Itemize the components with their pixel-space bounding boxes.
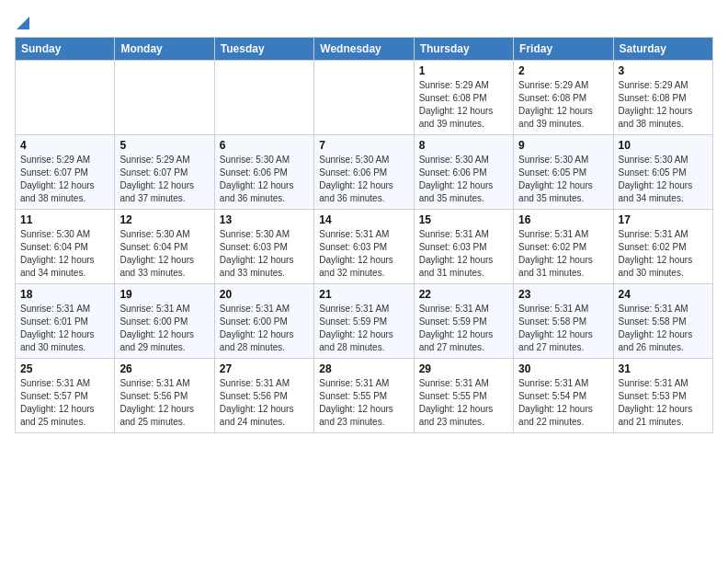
day-number: 31	[619, 362, 708, 375]
day-number: 8	[419, 139, 508, 152]
calendar-cell: 24Sunrise: 5:31 AM Sunset: 5:58 PM Dayli…	[613, 284, 712, 359]
calendar-cell: 8Sunrise: 5:30 AM Sunset: 6:06 PM Daylig…	[414, 135, 513, 210]
weekday-header-saturday: Saturday	[613, 38, 712, 61]
calendar-cell: 22Sunrise: 5:31 AM Sunset: 5:59 PM Dayli…	[414, 284, 513, 359]
calendar-cell: 19Sunrise: 5:31 AM Sunset: 6:00 PM Dayli…	[115, 284, 214, 359]
day-info: Sunrise: 5:29 AM Sunset: 6:07 PM Dayligh…	[20, 154, 109, 205]
day-number: 9	[518, 139, 608, 152]
day-number: 7	[319, 139, 408, 152]
day-info: Sunrise: 5:31 AM Sunset: 5:57 PM Dayligh…	[20, 377, 109, 429]
day-number: 25	[20, 362, 109, 375]
weekday-header-row: SundayMondayTuesdayWednesdayThursdayFrid…	[16, 38, 713, 61]
weekday-header-sunday: Sunday	[16, 38, 115, 61]
calendar-cell: 1Sunrise: 5:29 AM Sunset: 6:08 PM Daylig…	[414, 61, 513, 135]
day-number: 2	[518, 64, 608, 77]
weekday-header-tuesday: Tuesday	[214, 38, 313, 61]
day-number: 16	[518, 213, 608, 226]
day-info: Sunrise: 5:31 AM Sunset: 6:01 PM Dayligh…	[20, 303, 109, 354]
calendar-week-row: 11Sunrise: 5:30 AM Sunset: 6:04 PM Dayli…	[16, 210, 713, 284]
calendar-cell: 30Sunrise: 5:31 AM Sunset: 5:54 PM Dayli…	[514, 359, 613, 433]
calendar-cell: 20Sunrise: 5:31 AM Sunset: 6:00 PM Dayli…	[214, 284, 313, 359]
day-info: Sunrise: 5:31 AM Sunset: 6:00 PM Dayligh…	[220, 303, 309, 354]
calendar-cell: 29Sunrise: 5:31 AM Sunset: 5:55 PM Dayli…	[414, 359, 513, 433]
calendar-week-row: 1Sunrise: 5:29 AM Sunset: 6:08 PM Daylig…	[16, 61, 713, 135]
weekday-header-wednesday: Wednesday	[314, 38, 414, 61]
calendar-cell: 4Sunrise: 5:29 AM Sunset: 6:07 PM Daylig…	[16, 135, 115, 210]
calendar-cell: 5Sunrise: 5:29 AM Sunset: 6:07 PM Daylig…	[115, 135, 214, 210]
day-info: Sunrise: 5:29 AM Sunset: 6:08 PM Dayligh…	[619, 79, 708, 131]
day-info: Sunrise: 5:31 AM Sunset: 6:02 PM Dayligh…	[619, 228, 708, 280]
calendar-cell: 10Sunrise: 5:30 AM Sunset: 6:05 PM Dayli…	[613, 135, 712, 210]
calendar-cell: 6Sunrise: 5:30 AM Sunset: 6:06 PM Daylig…	[214, 135, 313, 210]
day-number: 13	[220, 213, 309, 226]
day-number: 5	[119, 139, 209, 152]
calendar-week-row: 18Sunrise: 5:31 AM Sunset: 6:01 PM Dayli…	[16, 284, 713, 359]
day-info: Sunrise: 5:31 AM Sunset: 5:55 PM Dayligh…	[319, 377, 408, 429]
day-info: Sunrise: 5:31 AM Sunset: 6:02 PM Dayligh…	[518, 228, 608, 280]
calendar-cell: 17Sunrise: 5:31 AM Sunset: 6:02 PM Dayli…	[613, 210, 712, 284]
day-number: 1	[419, 64, 508, 77]
day-number: 15	[419, 213, 508, 226]
day-number: 28	[319, 362, 408, 375]
calendar-week-row: 25Sunrise: 5:31 AM Sunset: 5:57 PM Dayli…	[16, 359, 713, 433]
day-info: Sunrise: 5:30 AM Sunset: 6:06 PM Dayligh…	[319, 154, 408, 205]
day-info: Sunrise: 5:29 AM Sunset: 6:07 PM Dayligh…	[119, 154, 209, 205]
day-info: Sunrise: 5:31 AM Sunset: 5:58 PM Dayligh…	[619, 303, 708, 354]
calendar-cell: 3Sunrise: 5:29 AM Sunset: 6:08 PM Daylig…	[613, 61, 712, 135]
day-info: Sunrise: 5:31 AM Sunset: 5:56 PM Dayligh…	[119, 377, 209, 429]
calendar-cell	[16, 61, 115, 135]
day-info: Sunrise: 5:31 AM Sunset: 6:03 PM Dayligh…	[419, 228, 508, 280]
day-info: Sunrise: 5:31 AM Sunset: 5:56 PM Dayligh…	[220, 377, 309, 429]
calendar-cell: 11Sunrise: 5:30 AM Sunset: 6:04 PM Dayli…	[16, 210, 115, 284]
day-number: 14	[319, 213, 408, 226]
logo-arrow-icon	[17, 17, 29, 29]
calendar-cell: 27Sunrise: 5:31 AM Sunset: 5:56 PM Dayli…	[214, 359, 313, 433]
day-info: Sunrise: 5:31 AM Sunset: 5:54 PM Dayligh…	[518, 377, 608, 429]
day-number: 6	[220, 139, 309, 152]
calendar-cell: 18Sunrise: 5:31 AM Sunset: 6:01 PM Dayli…	[16, 284, 115, 359]
day-number: 29	[419, 362, 508, 375]
day-number: 4	[20, 139, 109, 152]
day-info: Sunrise: 5:31 AM Sunset: 6:00 PM Dayligh…	[119, 303, 209, 354]
day-number: 23	[518, 288, 608, 301]
calendar-cell: 15Sunrise: 5:31 AM Sunset: 6:03 PM Dayli…	[414, 210, 513, 284]
day-number: 17	[619, 213, 708, 226]
calendar-cell: 12Sunrise: 5:30 AM Sunset: 6:04 PM Dayli…	[115, 210, 214, 284]
page-header	[15, 15, 713, 31]
day-number: 27	[220, 362, 309, 375]
day-number: 24	[619, 288, 708, 301]
calendar-cell: 23Sunrise: 5:31 AM Sunset: 5:58 PM Dayli…	[514, 284, 613, 359]
calendar-cell: 16Sunrise: 5:31 AM Sunset: 6:02 PM Dayli…	[514, 210, 613, 284]
calendar-table: SundayMondayTuesdayWednesdayThursdayFrid…	[15, 37, 713, 433]
day-info: Sunrise: 5:29 AM Sunset: 6:08 PM Dayligh…	[518, 79, 608, 131]
calendar-cell: 9Sunrise: 5:30 AM Sunset: 6:05 PM Daylig…	[514, 135, 613, 210]
weekday-header-monday: Monday	[115, 38, 214, 61]
day-number: 30	[518, 362, 608, 375]
weekday-header-thursday: Thursday	[414, 38, 513, 61]
day-info: Sunrise: 5:31 AM Sunset: 5:53 PM Dayligh…	[619, 377, 708, 429]
calendar-cell: 21Sunrise: 5:31 AM Sunset: 5:59 PM Dayli…	[314, 284, 414, 359]
calendar-cell	[115, 61, 214, 135]
day-info: Sunrise: 5:30 AM Sunset: 6:03 PM Dayligh…	[220, 228, 309, 280]
day-info: Sunrise: 5:31 AM Sunset: 5:58 PM Dayligh…	[518, 303, 608, 354]
day-number: 10	[619, 139, 708, 152]
day-info: Sunrise: 5:31 AM Sunset: 6:03 PM Dayligh…	[319, 228, 408, 280]
day-number: 26	[119, 362, 209, 375]
day-info: Sunrise: 5:31 AM Sunset: 5:55 PM Dayligh…	[419, 377, 508, 429]
day-number: 12	[119, 213, 209, 226]
day-info: Sunrise: 5:30 AM Sunset: 6:05 PM Dayligh…	[619, 154, 708, 205]
calendar-cell: 28Sunrise: 5:31 AM Sunset: 5:55 PM Dayli…	[314, 359, 414, 433]
calendar-cell: 13Sunrise: 5:30 AM Sunset: 6:03 PM Dayli…	[214, 210, 313, 284]
day-info: Sunrise: 5:31 AM Sunset: 5:59 PM Dayligh…	[419, 303, 508, 354]
day-number: 21	[319, 288, 408, 301]
day-number: 18	[20, 288, 109, 301]
day-number: 19	[119, 288, 209, 301]
day-info: Sunrise: 5:30 AM Sunset: 6:06 PM Dayligh…	[220, 154, 309, 205]
day-number: 22	[419, 288, 508, 301]
logo	[15, 15, 29, 31]
calendar-cell	[214, 61, 313, 135]
calendar-cell: 25Sunrise: 5:31 AM Sunset: 5:57 PM Dayli…	[16, 359, 115, 433]
calendar-cell: 2Sunrise: 5:29 AM Sunset: 6:08 PM Daylig…	[514, 61, 613, 135]
day-number: 20	[220, 288, 309, 301]
calendar-cell: 26Sunrise: 5:31 AM Sunset: 5:56 PM Dayli…	[115, 359, 214, 433]
